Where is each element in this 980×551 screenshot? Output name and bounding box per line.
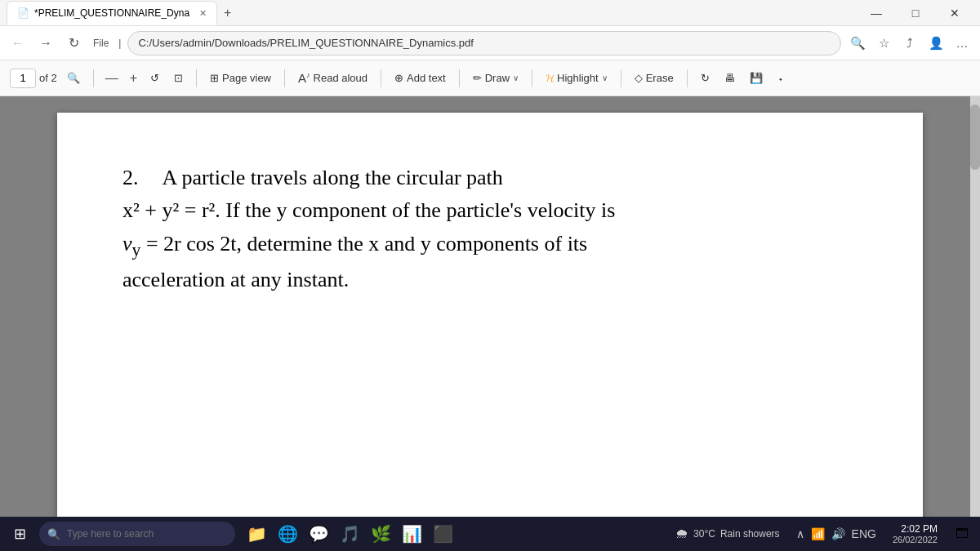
date-display: 26/02/2022 [893, 535, 938, 544]
notification-button[interactable]: 🗔 [947, 517, 977, 551]
problem-text-line4: acceleration at any instant. [122, 268, 349, 291]
start-button[interactable]: ⊞ [3, 517, 36, 551]
sep2 [196, 69, 197, 87]
address-icons: 🔍 ☆ ⤴ 👤 … [846, 32, 973, 55]
taskbar-app-apps4[interactable]: 📊 [397, 517, 426, 551]
rotate-button[interactable]: ↻ [694, 69, 716, 87]
taskbar-search-input[interactable] [67, 528, 227, 540]
lang-label[interactable]: ENG [852, 527, 876, 540]
chrome-icon: 🌐 [278, 524, 298, 544]
rotate-icon: ↻ [701, 72, 710, 84]
title-bar: 📄 *PRELIM_QUESTIONNAIRE_Dyna ✕ + — □ ✕ [0, 0, 980, 26]
tab-title: *PRELIM_QUESTIONNAIRE_Dyna [34, 7, 189, 19]
highlight-icon: 𝓗 [546, 72, 554, 85]
scroll-thumb[interactable] [970, 104, 980, 170]
read-aloud-icon: A♪ [298, 71, 310, 85]
sep7 [621, 69, 621, 87]
network-icon[interactable]: 📶 [811, 527, 825, 540]
tab-pdf-icon: 📄 [17, 7, 29, 19]
page-view-label: Page view [222, 72, 271, 84]
file-separator: | [118, 38, 121, 49]
app5-icon: ⬛ [433, 524, 453, 544]
undo-button[interactable]: ↺ [144, 69, 166, 87]
search-pdf-button[interactable]: 🔍 [60, 69, 87, 87]
chevron-up-icon[interactable]: ∧ [796, 527, 804, 540]
sep6 [532, 69, 532, 87]
taskbar-search-box[interactable]: 🔍 [39, 522, 235, 546]
address-bar: ← → ↻ File | 🔍 ☆ ⤴ 👤 … [0, 26, 980, 60]
taskbar-app-apps5[interactable]: ⬛ [428, 517, 457, 551]
page-view-button[interactable]: ⊞ Page view [203, 69, 278, 87]
highlight-dropdown-icon: ∨ [602, 73, 608, 82]
more-tools-button[interactable]: ⬩ [771, 69, 791, 87]
page-view-icon: ⊞ [210, 72, 219, 84]
problem-line3: vy = 2r cos 2t, determine the x and y co… [122, 228, 858, 264]
draw-button[interactable]: ✏ Draw ∨ [466, 69, 525, 87]
weather-temp: 30°C [693, 528, 715, 540]
taskbar-right-area: 🌧 30°C Rain showers ∧ 📶 🔊 ENG 2:02 PM 26… [669, 517, 977, 551]
active-tab[interactable]: 📄 *PRELIM_QUESTIONNAIRE_Dyna ✕ [7, 1, 217, 25]
new-tab-button[interactable]: + [217, 2, 238, 24]
notification-icon: 🗔 [956, 527, 969, 541]
draw-dropdown-icon: ∨ [513, 73, 519, 82]
taskbar-app-apps2[interactable]: 🎵 [335, 517, 364, 551]
weather-icon: 🌧 [675, 527, 688, 541]
print-icon: 🖶 [724, 72, 735, 84]
taskbar: ⊞ 🔍 📁 🌐 💬 🎵 🌿 📊 ⬛ 🌧 30°C Rain [0, 517, 980, 551]
forward-button[interactable]: → [34, 32, 57, 55]
add-text-button[interactable]: ⊕ Add text [388, 69, 452, 87]
weather-widget[interactable]: 🌧 30°C Rain showers [669, 527, 786, 541]
more-button[interactable]: … [951, 32, 973, 55]
highlight-label: Highlight [557, 72, 599, 84]
erase-icon: ◇ [635, 72, 643, 84]
taskbar-app-chrome[interactable]: 🌐 [273, 517, 302, 551]
sep4 [381, 69, 381, 87]
erase-label: Erase [646, 72, 674, 84]
taskbar-app-teams[interactable]: 💬 [304, 517, 333, 551]
taskbar-app-apps3[interactable]: 🌿 [366, 517, 395, 551]
search-pdf-icon: 🔍 [67, 72, 80, 84]
taskbar-search-icon: 🔍 [47, 528, 60, 540]
pdf-content-area[interactable]: 2. A particle travels along the circular… [0, 96, 980, 517]
draw-icon: ✏ [473, 72, 482, 84]
browser-search-button[interactable]: 🔍 [846, 32, 869, 55]
fit-page-button[interactable]: ⊡ [167, 69, 189, 87]
add-text-label: Add text [407, 72, 446, 84]
erase-button[interactable]: ◇ Erase [628, 69, 680, 87]
address-input[interactable] [127, 31, 841, 56]
favorites-button[interactable]: ☆ [872, 32, 895, 55]
save-button[interactable]: 💾 [743, 69, 769, 87]
problem-line4: acceleration at any instant. [122, 264, 858, 296]
problem-line2: x² + y² = r². If the y component of the … [122, 194, 858, 227]
taskbar-app-file-explorer[interactable]: 📁 [242, 517, 271, 551]
close-button[interactable]: ✕ [936, 0, 973, 26]
zoom-out-button[interactable]: — [100, 68, 123, 89]
profile-button[interactable]: 👤 [924, 32, 947, 55]
highlight-button[interactable]: 𝓗 Highlight ∨ [539, 69, 614, 88]
share-button[interactable]: ⤴ [898, 32, 921, 55]
pdf-text-content: 2. A particle travels along the circular… [122, 162, 858, 297]
refresh-button[interactable]: ↻ [62, 32, 85, 55]
system-tray: ∧ 📶 🔊 ENG [790, 527, 883, 540]
sound-icon[interactable]: 🔊 [831, 527, 845, 540]
add-text-icon: ⊕ [394, 72, 403, 84]
page-number-input[interactable] [10, 69, 36, 88]
page-nav-group: of 2 🔍 [10, 69, 87, 88]
tab-close-btn[interactable]: ✕ [199, 8, 207, 19]
file-label: File [93, 38, 109, 49]
sep3 [284, 69, 285, 87]
zoom-group: — + ↺ ⊡ [100, 68, 189, 89]
app2-icon: 🎵 [340, 524, 360, 544]
problem-line1: 2. A particle travels along the circular… [122, 162, 858, 194]
scroll-bar[interactable] [970, 96, 980, 517]
read-aloud-button[interactable]: A♪ Read aloud [292, 68, 374, 88]
print-button[interactable]: 🖶 [718, 69, 742, 87]
fit-icon: ⊡ [174, 72, 183, 84]
restore-button[interactable]: □ [897, 0, 934, 26]
back-button[interactable]: ← [7, 32, 29, 55]
draw-label: Draw [485, 72, 510, 84]
app4-icon: 📊 [402, 524, 422, 544]
minimize-button[interactable]: — [858, 0, 895, 26]
zoom-in-button[interactable]: + [125, 68, 142, 89]
clock[interactable]: 2:02 PM 26/02/2022 [886, 523, 944, 544]
